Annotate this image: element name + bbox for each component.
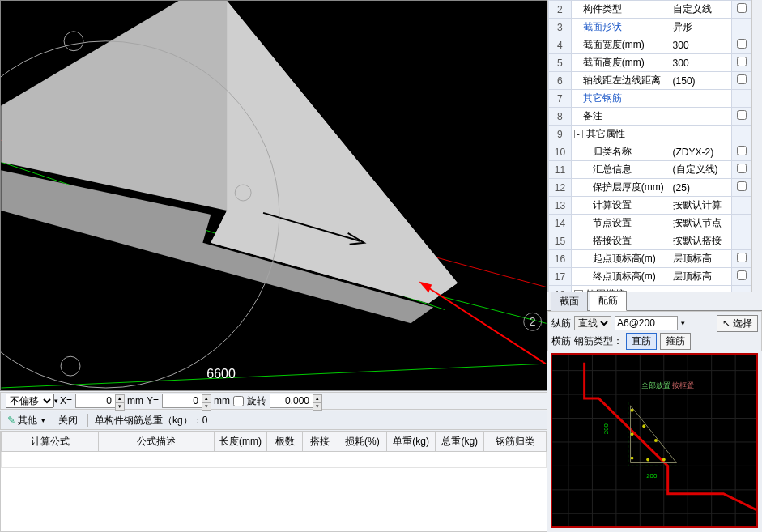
prop-row[interactable]: 6轴线距左边线距离(150) [549, 72, 751, 90]
prop-name: 构件类型 [571, 1, 670, 19]
prop-value[interactable]: 300 [670, 54, 732, 72]
rebar-config-bar: 纵筋 直线 ▾ ↖选择 横筋 钢筋类型： 直筋 箍筋 [547, 311, 762, 351]
prop-name: -其它属性 [571, 126, 670, 143]
prop-check-cell [732, 36, 751, 54]
prop-checkbox[interactable] [737, 146, 747, 155]
prop-value[interactable] [670, 126, 732, 143]
prop-value[interactable]: 层顶标高 [670, 250, 732, 268]
spec-dropdown-icon[interactable]: ▾ [681, 319, 685, 327]
prop-checkbox[interactable] [737, 164, 747, 173]
prop-row[interactable]: 5截面高度(mm)300 [549, 54, 751, 72]
prop-checkbox[interactable] [737, 39, 747, 49]
prop-check-cell [732, 161, 751, 179]
rot-spin-down[interactable]: ▾ [313, 402, 322, 411]
viewport-3d[interactable]: 6600 2 [0, 0, 547, 391]
y-label: Y= [147, 395, 159, 406]
prop-row[interactable]: 2构件类型自定义线 [549, 1, 751, 19]
prop-value[interactable]: 按默认搭接 [670, 232, 732, 250]
prop-value[interactable]: 按默认节点 [670, 215, 732, 232]
section-preview[interactable]: 全部放置 按框置 200 200 [551, 353, 758, 528]
prop-row[interactable]: 12保护层厚度(mm)(25) [549, 179, 751, 197]
tab-rebar[interactable]: 配筋 [590, 291, 627, 311]
property-panel[interactable]: 2构件类型自定义线3截面形状异形4截面宽度(mm)3005截面高度(mm)300… [547, 0, 752, 292]
y-spin-up[interactable]: ▴ [202, 394, 211, 402]
prop-checkbox[interactable] [737, 253, 747, 262]
prop-value[interactable]: (25) [670, 179, 732, 197]
row-index: 16 [549, 250, 572, 268]
close-button[interactable]: 关闭 [55, 412, 81, 429]
prop-checkbox[interactable] [737, 74, 747, 84]
rebar-table-wrap[interactable]: 计算公式公式描述长度(mm)根数搭接损耗(%)单重(kg)总重(kg)钢筋归类 [0, 431, 547, 532]
rotate-checkbox[interactable] [233, 396, 244, 406]
prop-row[interactable]: 11汇总信息(自定义线) [549, 161, 751, 179]
transverse-label: 横筋 [551, 334, 571, 348]
col-8: 钢筋归类 [484, 432, 547, 452]
row-index: 6 [549, 72, 572, 90]
prop-check-cell [732, 232, 751, 250]
col-2: 长度(mm) [214, 432, 267, 452]
shape-select[interactable]: 直线 [574, 316, 611, 330]
prop-value[interactable]: (150) [670, 72, 732, 90]
prop-checkbox[interactable] [737, 181, 747, 191]
prop-row[interactable]: 9-其它属性 [549, 126, 751, 143]
prop-value[interactable] [670, 90, 732, 108]
prop-value[interactable] [670, 286, 732, 293]
prop-value[interactable]: (ZDYX-2) [670, 143, 732, 161]
straight-toggle[interactable]: 直筋 [626, 333, 657, 350]
tab-section[interactable]: 截面 [551, 292, 588, 311]
spec-input[interactable] [615, 316, 678, 330]
svg-point-38 [662, 458, 666, 462]
prop-name: 保护层厚度(mm) [571, 179, 670, 197]
separator [87, 414, 88, 427]
prop-check-cell [732, 197, 751, 215]
prop-value[interactable]: 层顶标高 [670, 268, 732, 286]
prop-value[interactable]: 自定义线 [670, 1, 732, 19]
prop-checkbox[interactable] [737, 110, 747, 120]
prop-check-cell [732, 1, 751, 19]
prop-row[interactable]: 7其它钢筋 [549, 90, 751, 108]
prop-value[interactable]: 300 [670, 36, 732, 54]
prop-check-cell [732, 286, 751, 293]
prop-name: 归类名称 [571, 143, 670, 161]
row-index: 14 [549, 215, 572, 232]
svg-text:200: 200 [646, 472, 658, 479]
prop-name: 起点顶标高(m) [571, 250, 670, 268]
row-index: 13 [549, 197, 572, 215]
prop-checkbox[interactable] [737, 3, 747, 13]
col-3: 根数 [267, 432, 303, 452]
prop-row[interactable]: 15搭接设置按默认搭接 [549, 232, 751, 250]
row-index: 4 [549, 36, 572, 54]
prop-name: 搭接设置 [571, 232, 670, 250]
prop-value[interactable] [670, 108, 732, 126]
prop-row[interactable]: 3截面形状异形 [549, 19, 751, 36]
select-button[interactable]: ↖选择 [717, 315, 758, 332]
row-index: 2 [549, 1, 572, 19]
x-spin-up[interactable]: ▴ [115, 394, 125, 402]
prop-value[interactable]: (自定义线) [670, 161, 732, 179]
prop-check-cell [732, 108, 751, 126]
prop-check-cell [732, 54, 751, 72]
prop-row[interactable]: 8备注 [549, 108, 751, 126]
prop-row[interactable]: 16起点顶标高(m)层顶标高 [549, 250, 751, 268]
prop-value[interactable]: 按默认计算 [670, 197, 732, 215]
prop-checkbox[interactable] [737, 57, 747, 66]
rot-spin-up[interactable]: ▴ [313, 394, 322, 402]
prop-row[interactable]: 4截面宽度(mm)300 [549, 36, 751, 54]
prop-row[interactable]: 13计算设置按默认计算 [549, 197, 751, 215]
prop-row[interactable]: 10归类名称(ZDYX-2) [549, 143, 751, 161]
row-index: 10 [549, 143, 572, 161]
prop-row[interactable]: 14节点设置按默认节点 [549, 215, 751, 232]
section-tabs: 截面 配筋 [547, 293, 762, 311]
offset-dropdown-icon[interactable]: ▾ [54, 397, 58, 405]
prop-check-cell [732, 126, 751, 143]
prop-checkbox[interactable] [737, 270, 747, 280]
tree-toggle[interactable]: - [574, 130, 583, 138]
prop-value[interactable]: 异形 [670, 19, 732, 36]
other-menu[interactable]: ✎其他 [4, 412, 49, 429]
x-spin-down[interactable]: ▾ [115, 402, 125, 411]
row-index: 3 [549, 19, 572, 36]
offset-mode-select[interactable]: 不偏移 [6, 394, 54, 408]
prop-row[interactable]: 17终点顶标高(m)层顶标高 [549, 268, 751, 286]
stirrup-toggle[interactable]: 箍筋 [660, 333, 691, 350]
y-spin-down[interactable]: ▾ [202, 402, 211, 411]
